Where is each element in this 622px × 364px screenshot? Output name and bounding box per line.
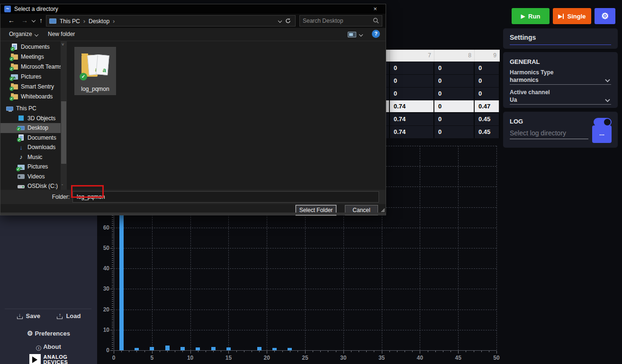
table-row-selected[interactable]: 0.7400.47 (386, 100, 500, 113)
harmonic-bar-13 (211, 347, 216, 350)
sidebar-scrollbar[interactable]: ˅ ˇ (61, 41, 67, 190)
sidebar-item-this-pc[interactable]: This PC (0, 103, 61, 113)
scroll-down-icon[interactable]: ˇ (62, 184, 66, 188)
y-axis-tick-label: 30 (97, 285, 109, 292)
harmonics-type-dropdown[interactable]: harmonics (510, 77, 539, 83)
organize-chevron-icon[interactable] (35, 33, 38, 37)
breadcrumb-separator: › (113, 18, 115, 25)
scrollbar-thumb[interactable] (61, 101, 66, 164)
breadcrumb[interactable]: This PC›Desktop› (46, 15, 296, 27)
settings-panel-header: Settings (503, 28, 618, 49)
sidebar-item-videos[interactable]: Videos (0, 171, 61, 181)
sidebar-item-label: OSDisk (C:) (27, 183, 58, 189)
select-directory-dialog: ~ Select a directory × ← → ↑ This PC›Des… (0, 4, 386, 215)
x-axis-tick-label: 30 (336, 355, 351, 361)
drive-icon (18, 185, 25, 188)
run-button[interactable]: ▶ Run (512, 8, 550, 24)
adi-triangle-icon (29, 354, 41, 364)
x-axis-tick-label: 40 (413, 355, 427, 361)
y-axis-tick-label: 10 (97, 327, 109, 333)
x-axis-tick-label: 5 (145, 355, 159, 361)
chevron-down-icon[interactable] (605, 77, 610, 81)
view-options-icon[interactable] (348, 32, 356, 37)
load-button[interactable]: ↑ Load (56, 312, 81, 320)
y-axis-tick-label: 0 (97, 347, 109, 354)
scroll-up-icon[interactable]: ˅ (62, 43, 66, 47)
sidebar-item-label: Pictures (27, 163, 48, 170)
address-chevron-icon[interactable] (278, 19, 282, 23)
save-icon: ↓ (17, 313, 23, 319)
pictures-icon (18, 165, 25, 170)
dialog-titlebar[interactable]: ~ Select a directory × (0, 4, 386, 14)
sidebar-item-documents[interactable]: Documents (0, 133, 61, 142)
sidebar-item-documents[interactable]: Documents (0, 42, 61, 52)
preferences-button[interactable]: ⚙Preferences (0, 329, 97, 337)
log-settings-card: LOG ... (503, 112, 618, 148)
file-tile-log-pqmon[interactable]: ✓ log_pqmon (74, 47, 116, 95)
sidebar-item-label: Documents (27, 134, 56, 141)
close-icon[interactable]: × (365, 4, 386, 14)
sidebar-item-pictures[interactable]: Pictures (0, 162, 61, 172)
sync-check-icon: ✓ (80, 73, 87, 80)
sidebar-item-label: This PC (16, 105, 36, 112)
chevron-down-icon[interactable] (605, 97, 610, 101)
active-channel-dropdown[interactable]: Ua (510, 97, 517, 103)
refresh-icon[interactable] (285, 18, 291, 24)
table-row[interactable]: 000 (386, 75, 500, 87)
table-row[interactable]: 0.7400.45 (386, 113, 500, 125)
log-browse-button[interactable]: ... (592, 125, 612, 143)
y-axis-tick-label: 50 (97, 245, 109, 251)
dialog-navbar: ← → ↑ This PC›Desktop› (0, 14, 386, 28)
play-to-bar-icon: ▶ (559, 13, 564, 19)
general-header: GENERAL (510, 58, 540, 65)
sidebar-item-music[interactable]: ♪Music (0, 152, 61, 162)
save-button[interactable]: ↓ Save (17, 312, 40, 320)
table-row[interactable]: 0.7400.45 (386, 126, 500, 138)
single-button[interactable]: ▶ Single (553, 8, 591, 24)
folder-field-label: Folder: (0, 194, 70, 200)
sidebar-item-microsoft-teams[interactable]: Microsoft Teams (0, 62, 61, 71)
file-tile-label: log_pqmon (74, 86, 116, 92)
sidebar-item-smart-sentry[interactable]: Smart Sentry (0, 81, 61, 91)
breadcrumb-item[interactable]: This PC (60, 18, 80, 25)
save-label: Save (26, 312, 40, 320)
table-row[interactable]: 000 (386, 62, 500, 74)
sidebar-item-whiteboards[interactable]: Whiteboards (0, 91, 61, 101)
history-chevron-icon[interactable] (32, 19, 36, 23)
view-chevron-icon[interactable] (359, 33, 363, 37)
folder-name-input[interactable] (72, 191, 379, 203)
up-icon[interactable]: ↑ (39, 17, 43, 24)
search-box[interactable] (299, 15, 382, 27)
back-icon[interactable]: ← (8, 17, 15, 24)
breadcrumb-item[interactable]: Desktop (89, 18, 109, 25)
sidebar-item-pictures[interactable]: Pictures (0, 71, 61, 81)
forward-icon[interactable]: → (21, 17, 28, 24)
settings-title: Settings (510, 34, 536, 41)
dialog-bottom-strip (0, 213, 386, 215)
log-directory-input[interactable] (510, 127, 588, 139)
settings-gear-button[interactable]: ⚙ (595, 8, 615, 24)
folder-with-documents-icon: ✓ (81, 50, 110, 80)
sidebar-item-downloads[interactable]: ↓Downloads (0, 142, 61, 152)
screen: 010203040506005101520253035404550 789000… (0, 0, 622, 364)
table-row[interactable]: 000 (386, 88, 500, 100)
sidebar-item-meetings[interactable]: Meetings (0, 52, 61, 62)
this-pc-icon (49, 18, 56, 24)
sidebar-item-label: Documents (21, 44, 50, 50)
x-axis-tick-label: 25 (298, 355, 312, 361)
harmonics-type-label: Harmonics Type (510, 69, 553, 76)
organize-button[interactable]: Organize (9, 31, 32, 37)
new-folder-button[interactable]: New folder (48, 31, 75, 37)
sidebar-item-osdisk-c-[interactable]: OSDisk (C:) (0, 181, 61, 190)
folder-icon (11, 84, 18, 89)
load-label: Load (66, 312, 81, 320)
search-input[interactable] (303, 17, 369, 25)
dialog-title: Select a directory (14, 6, 58, 12)
sidebar-item-desktop[interactable]: Desktop (0, 123, 61, 133)
help-icon[interactable]: ? (372, 30, 380, 38)
pictures-icon (11, 74, 18, 80)
sidebar-item-3d-objects[interactable]: 3D Objects (0, 113, 61, 123)
sidebar-item-label: Downloads (27, 144, 55, 151)
about-button[interactable]: iAbout (0, 343, 97, 351)
resize-grip[interactable] (381, 208, 385, 212)
